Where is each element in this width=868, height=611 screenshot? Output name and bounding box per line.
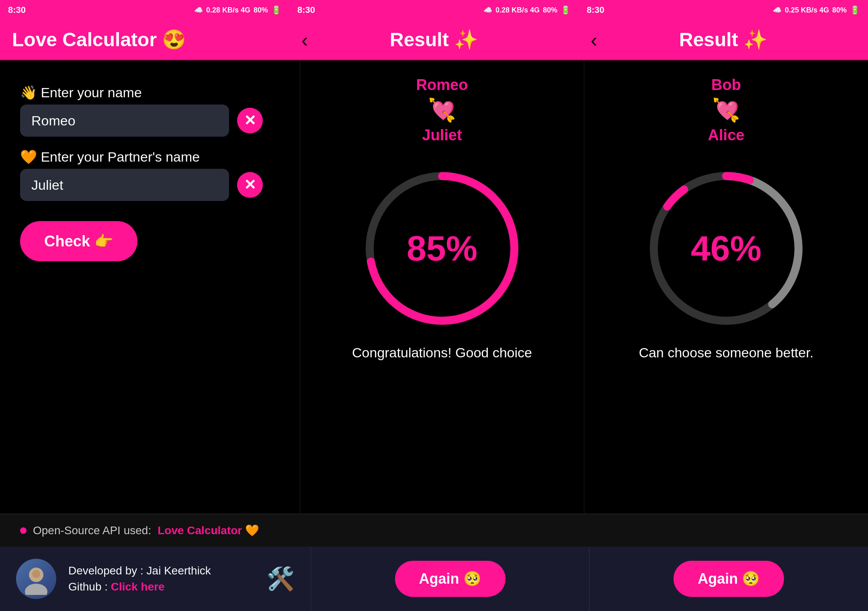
developer-avatar <box>16 559 56 599</box>
signal-right: 0.25 KB/s 4G <box>785 6 829 14</box>
footer: Open-Source API used: Love Calculator 🧡 … <box>0 514 868 611</box>
developer-info: Developed by : Jai Keerthick Github : Cl… <box>68 564 254 593</box>
status-bar-left: 8:30 ☁️ 0.28 KB/s 4G 80% 🔋 <box>0 0 289 20</box>
again-button-right[interactable]: Again 🥺 <box>674 561 784 597</box>
time-right: 8:30 <box>587 5 604 15</box>
header-right: ‹ Result ✨ <box>579 20 868 59</box>
heart-arrow-middle: 💘 <box>428 97 456 123</box>
result-message-right: Can choose someone better. <box>639 345 814 361</box>
clear-name-button[interactable]: ✕ <box>237 108 263 133</box>
partner-label: 🧡 Enter your Partner's name <box>20 149 280 165</box>
result-message-middle: Congratulations! Good choice <box>352 345 532 361</box>
api-link[interactable]: Love Calculator 🧡 <box>158 524 259 537</box>
signal-left: 0.28 KB/s 4G <box>206 6 250 14</box>
name-input[interactable] <box>20 105 229 137</box>
check-button[interactable]: Check 👉 <box>20 221 137 261</box>
couple-names-middle: Romeo 💘 Juliet <box>416 76 468 144</box>
result-title-middle: Result ✨ <box>390 29 478 51</box>
result-panel-right: Bob 💘 Alice 46% Can choose someone bette… <box>584 60 868 514</box>
footer-again-middle: Again 🥺 <box>311 547 590 611</box>
battery-right: 80% <box>832 6 847 14</box>
github-row: Github : Click here <box>68 580 254 593</box>
svg-point-6 <box>25 584 47 595</box>
again-button-middle[interactable]: Again 🥺 <box>395 561 506 597</box>
name-bottom-right: Alice <box>708 127 745 144</box>
back-button-right[interactable]: ‹ <box>591 29 597 51</box>
footer-bottom: Developed by : Jai Keerthick Github : Cl… <box>0 547 868 611</box>
result-title-right: Result ✨ <box>679 29 768 51</box>
battery-icon-left: 🔋 <box>271 5 281 15</box>
footer-dot <box>20 527 27 534</box>
progress-circle-right: 46% <box>642 164 811 333</box>
input-panel: 👋 Enter your name ✕ 🧡 Enter your Partner… <box>0 60 300 514</box>
tools-icon: 🛠️ <box>266 566 295 592</box>
heart-arrow-right: 💘 <box>712 97 740 123</box>
status-bar-middle: 8:30 ☁️ 0.28 KB/s 4G 80% 🔋 <box>289 0 579 20</box>
name-label: 👋 Enter your name <box>20 84 280 100</box>
svg-point-8 <box>32 570 40 578</box>
status-bar-right: 8:30 ☁️ 0.25 KB/s 4G 80% 🔋 <box>579 0 868 20</box>
api-label: Open-Source API used: <box>33 524 151 537</box>
cloud-icon-middle: ☁️ <box>483 6 492 14</box>
percentage-right: 46% <box>691 228 762 269</box>
clear-partner-button[interactable]: ✕ <box>237 172 263 198</box>
cloud-icon-left: ☁️ <box>194 6 203 14</box>
percentage-middle: 85% <box>407 228 477 269</box>
name-top-middle: Romeo <box>416 76 468 94</box>
cloud-icon-right: ☁️ <box>773 6 782 14</box>
battery-icon-middle: 🔋 <box>561 5 571 15</box>
partner-input[interactable] <box>20 169 229 201</box>
battery-left: 80% <box>254 6 268 14</box>
result-panel-middle: Romeo 💘 Juliet 85% Congratulations! Good… <box>300 60 584 514</box>
time-middle: 8:30 <box>297 5 315 15</box>
partner-input-group: ✕ <box>20 169 280 201</box>
progress-circle-middle: 85% <box>358 164 526 333</box>
footer-again-right: Again 🥺 <box>590 547 868 611</box>
couple-names-right: Bob 💘 Alice <box>708 76 745 144</box>
time-left: 8:30 <box>8 5 26 15</box>
name-bottom-middle: Juliet <box>422 127 462 144</box>
header-left: Love Calculator 😍 <box>0 20 289 59</box>
name-input-group: ✕ <box>20 105 280 137</box>
battery-middle: 80% <box>543 6 557 14</box>
footer-api-row: Open-Source API used: Love Calculator 🧡 <box>0 514 868 547</box>
name-top-right: Bob <box>711 76 741 94</box>
developer-name: Developed by : Jai Keerthick <box>68 564 254 577</box>
battery-icon-right: 🔋 <box>850 5 860 15</box>
github-link[interactable]: Click here <box>111 580 165 593</box>
back-button-middle[interactable]: ‹ <box>301 29 308 51</box>
signal-middle: 0.28 KB/s 4G <box>495 6 540 14</box>
header-middle: ‹ Result ✨ <box>289 20 579 59</box>
footer-dev-segment: Developed by : Jai Keerthick Github : Cl… <box>0 547 311 611</box>
app-title: Love Calculator 😍 <box>12 29 186 51</box>
